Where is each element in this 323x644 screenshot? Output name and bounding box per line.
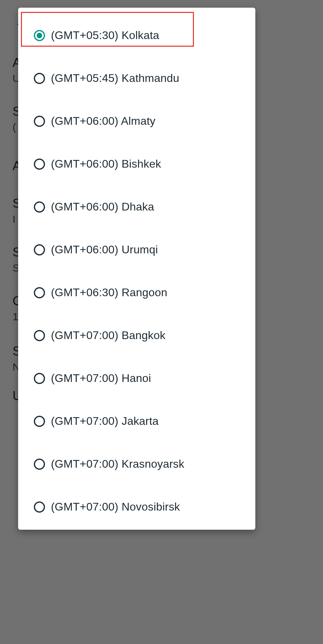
- timezone-option-label: (GMT+07:00) Bangkok: [51, 329, 165, 342]
- radio-unchecked-icon: [33, 200, 46, 214]
- radio-unchecked-icon: [33, 458, 46, 471]
- timezone-option[interactable]: (GMT+07:00) Hanoi: [18, 357, 255, 400]
- svg-point-7: [35, 288, 45, 298]
- svg-point-2: [35, 73, 45, 83]
- radio-unchecked-icon: [33, 329, 46, 342]
- timezone-option[interactable]: (GMT+06:00) Dhaka: [18, 185, 255, 228]
- timezone-option[interactable]: (GMT+06:00) Bishkek: [18, 143, 255, 185]
- svg-point-5: [35, 202, 45, 212]
- timezone-option-label: (GMT+07:00) Novosibirsk: [51, 500, 180, 513]
- timezone-option-label: (GMT+06:30) Rangoon: [51, 286, 167, 299]
- radio-unchecked-icon: [33, 415, 46, 428]
- screen: A U S ( A S I S S C 1 S N U (GMT+05:30) …: [0, 0, 323, 644]
- timezone-option[interactable]: (GMT+06:00) Almaty: [18, 100, 255, 143]
- timezone-option-label: (GMT+06:00) Dhaka: [51, 200, 154, 213]
- radio-unchecked-icon: [33, 286, 46, 299]
- svg-point-9: [35, 373, 45, 383]
- radio-unchecked-icon: [33, 243, 46, 256]
- radio-unchecked-icon: [33, 158, 46, 171]
- timezone-option[interactable]: (GMT+05:30) Kolkata: [18, 14, 255, 57]
- timezone-option[interactable]: (GMT+06:30) Rangoon: [18, 271, 255, 314]
- svg-point-4: [35, 159, 45, 169]
- timezone-option[interactable]: (GMT+07:00) Novosibirsk: [18, 485, 255, 528]
- timezone-option[interactable]: (GMT+07:00) Bangkok: [18, 314, 255, 357]
- svg-point-6: [35, 245, 45, 255]
- svg-point-8: [35, 330, 45, 340]
- timezone-option[interactable]: (GMT+07:00) Krasnoyarsk: [18, 443, 255, 485]
- timezone-option[interactable]: (GMT+07:00) Jakarta: [18, 400, 255, 443]
- radio-unchecked-icon: [33, 72, 46, 85]
- svg-point-11: [35, 459, 45, 469]
- radio-unchecked-icon: [33, 115, 46, 128]
- timezone-option-label: (GMT+07:00) Krasnoyarsk: [51, 458, 185, 470]
- timezone-option-label: (GMT+06:00) Urumqi: [51, 243, 158, 256]
- timezone-option[interactable]: (GMT+05:45) Kathmandu: [18, 57, 255, 100]
- timezone-option-label: (GMT+05:45) Kathmandu: [51, 72, 179, 85]
- radio-unchecked-icon: [33, 372, 46, 385]
- radio-unchecked-icon: [33, 500, 46, 514]
- radio-checked-icon: [33, 29, 46, 42]
- timezone-option-label: (GMT+07:00) Hanoi: [51, 372, 151, 385]
- svg-point-10: [35, 416, 45, 426]
- timezone-option-label: (GMT+05:30) Kolkata: [51, 29, 159, 42]
- svg-point-12: [35, 502, 45, 512]
- timezone-picker-dialog: (GMT+05:30) Kolkata(GMT+05:45) Kathmandu…: [18, 8, 255, 530]
- timezone-option-label: (GMT+06:00) Bishkek: [51, 158, 161, 170]
- timezone-option[interactable]: (GMT+06:00) Urumqi: [18, 228, 255, 271]
- timezone-option-label: (GMT+07:00) Jakarta: [51, 415, 159, 428]
- timezone-option-list[interactable]: (GMT+05:30) Kolkata(GMT+05:45) Kathmandu…: [18, 8, 255, 530]
- svg-point-1: [37, 33, 42, 38]
- timezone-option-label: (GMT+06:00) Almaty: [51, 115, 156, 128]
- svg-point-3: [35, 116, 45, 126]
